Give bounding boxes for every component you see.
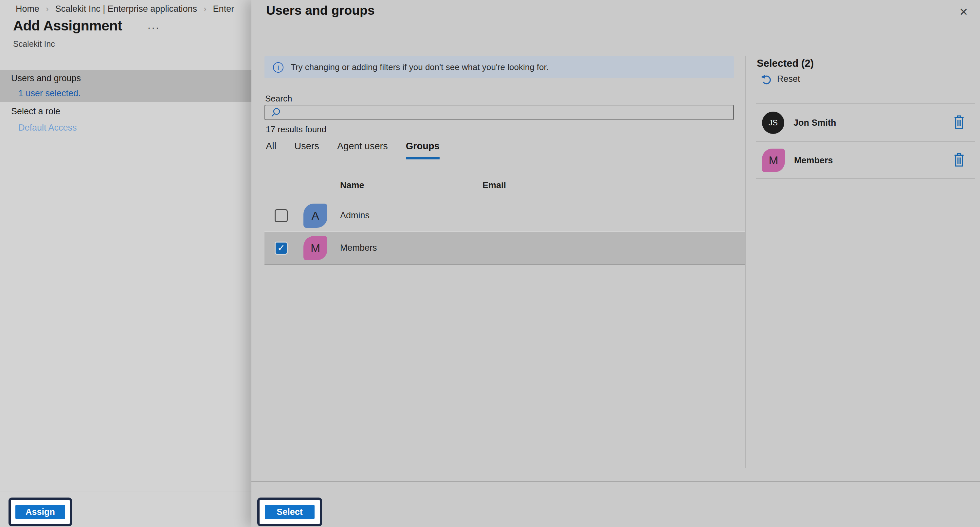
breadcrumb-chevron-icon: › (46, 4, 49, 14)
breadcrumb-home[interactable]: Home (16, 4, 39, 14)
group-avatar: A (304, 204, 327, 228)
info-banner-text: Try changing or adding filters if you do… (291, 62, 549, 72)
filter-tabs: All Users Agent users Groups (266, 141, 440, 153)
breadcrumb: Home › Scalekit Inc | Enterprise applica… (16, 4, 234, 14)
selected-item: JS Jon Smith (756, 104, 975, 142)
selected-item-name: Members (794, 156, 833, 166)
search-label: Search (265, 94, 292, 104)
page-title: Add Assignment (13, 18, 122, 34)
delete-icon[interactable] (953, 115, 966, 131)
row-checkbox[interactable]: ✓ (275, 209, 288, 222)
group-avatar: M (304, 236, 327, 260)
selected-item: M Members (756, 142, 975, 179)
users-selected-link[interactable]: 1 user selected. (18, 88, 81, 99)
row-name: Admins (340, 210, 483, 221)
panel-footer-divider (251, 481, 980, 482)
select-button-highlight: Select (257, 498, 322, 526)
tab-agent-users[interactable]: Agent users (337, 141, 388, 153)
nav-item-users-and-groups[interactable]: Users and groups 1 user selected. (0, 70, 251, 102)
select-role-label: Select a role (11, 107, 60, 116)
info-banner: i Try changing or adding filters if you … (264, 56, 734, 78)
assign-button-highlight: Assign (8, 498, 72, 526)
breadcrumb-truncated[interactable]: Enter (213, 4, 234, 14)
page-subtitle: Scalekit Inc (13, 39, 55, 49)
user-avatar: JS (762, 111, 784, 134)
panel-title: Users and groups (266, 3, 375, 18)
assign-button[interactable]: Assign (15, 505, 65, 519)
search-input[interactable] (282, 105, 733, 119)
row-name: Members (340, 243, 483, 253)
panel-header-divider (264, 45, 969, 45)
selected-divider (756, 178, 975, 179)
users-and-groups-panel: Users and groups ✕ i Try changing or add… (251, 0, 980, 527)
nav-users-groups-label: Users and groups (11, 73, 81, 83)
select-button[interactable]: Select (265, 505, 315, 519)
screen: Home › Scalekit Inc | Enterprise applica… (0, 0, 980, 527)
table-row[interactable]: ✓ M Members (264, 232, 745, 264)
selected-divider (756, 103, 975, 104)
results-count: 17 results found (266, 124, 326, 135)
info-icon: i (273, 62, 283, 73)
tab-users[interactable]: Users (294, 141, 319, 153)
breadcrumb-chevron-icon: › (204, 4, 207, 14)
column-header-name: Name (340, 180, 482, 191)
table-row[interactable]: ✓ A Admins (264, 200, 745, 231)
left-footer-divider (0, 492, 251, 492)
table-header: Name Email (264, 177, 745, 194)
more-icon[interactable]: ··· (147, 22, 160, 34)
selected-item-name: Jon Smith (794, 118, 836, 128)
reset-button[interactable]: Reset (759, 73, 800, 85)
default-access-link[interactable]: Default Access (18, 123, 77, 133)
panel-vertical-divider (745, 56, 746, 468)
table-bottom-divider (264, 264, 745, 265)
row-checkbox[interactable]: ✓ (275, 242, 288, 255)
breadcrumb-enterprise-applications[interactable]: Scalekit Inc | Enterprise applications (55, 4, 197, 14)
reset-icon (759, 73, 772, 85)
reset-label: Reset (777, 74, 800, 84)
tab-groups[interactable]: Groups (406, 141, 440, 153)
table-header-divider (264, 199, 745, 199)
check-icon: ✓ (277, 242, 285, 253)
selected-panel-title: Selected (2) (757, 57, 814, 69)
tab-all[interactable]: All (266, 141, 276, 153)
column-header-email: Email (482, 180, 506, 191)
search-icon (270, 107, 282, 118)
search-box (264, 105, 734, 120)
delete-icon[interactable] (953, 153, 966, 168)
close-icon[interactable]: ✕ (955, 3, 972, 20)
group-avatar: M (762, 149, 785, 172)
